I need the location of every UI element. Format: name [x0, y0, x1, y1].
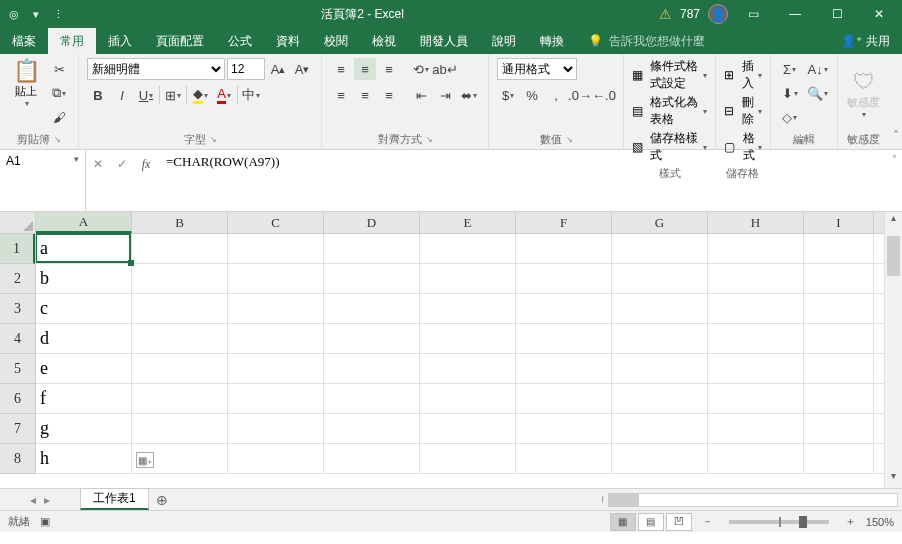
- cell-D3[interactable]: [324, 294, 420, 323]
- col-header-D[interactable]: D: [324, 212, 420, 233]
- zoom-in-button[interactable]: ＋: [845, 514, 856, 529]
- tab-review[interactable]: 校閱: [312, 28, 360, 54]
- phonetic-button[interactable]: 中▾: [240, 84, 262, 106]
- italic-button[interactable]: I: [111, 84, 133, 106]
- cell-H5[interactable]: [708, 354, 804, 383]
- cell-B1[interactable]: [132, 234, 228, 263]
- row-header-4[interactable]: 4: [0, 324, 35, 354]
- tab-help[interactable]: 說明: [480, 28, 528, 54]
- row-header-5[interactable]: 5: [0, 354, 35, 384]
- col-header-B[interactable]: B: [132, 212, 228, 233]
- merge-button[interactable]: ⬌▾: [458, 84, 480, 106]
- grow-font-button[interactable]: A▴: [267, 58, 289, 80]
- cell-B7[interactable]: [132, 414, 228, 443]
- fill-handle[interactable]: [128, 260, 134, 266]
- row-header-6[interactable]: 6: [0, 384, 35, 414]
- tab-view[interactable]: 檢視: [360, 28, 408, 54]
- ribbon-display-options[interactable]: ▭: [736, 0, 770, 28]
- cell-B5[interactable]: [132, 354, 228, 383]
- cell-E3[interactable]: [420, 294, 516, 323]
- view-page-layout-button[interactable]: ▤: [638, 513, 664, 531]
- clipboard-dialog-launcher[interactable]: ↘: [54, 135, 61, 144]
- cell-E2[interactable]: [420, 264, 516, 293]
- row-header-7[interactable]: 7: [0, 414, 35, 444]
- align-middle-button[interactable]: ≡: [354, 58, 376, 80]
- name-box[interactable]: A1▾: [0, 150, 86, 211]
- cell-F8[interactable]: [516, 444, 612, 473]
- comma-button[interactable]: ,: [545, 84, 567, 106]
- tab-home[interactable]: 常用: [48, 28, 96, 54]
- expand-formula-bar-button[interactable]: ˅: [886, 150, 902, 211]
- cell-H7[interactable]: [708, 414, 804, 443]
- row-header-3[interactable]: 3: [0, 294, 35, 324]
- sheet-tab-1[interactable]: 工作表1: [80, 488, 149, 510]
- row-header-2[interactable]: 2: [0, 264, 35, 294]
- number-dialog-launcher[interactable]: ↘: [566, 135, 573, 144]
- cell-E8[interactable]: [420, 444, 516, 473]
- cell-B4[interactable]: [132, 324, 228, 353]
- cell-C4[interactable]: [228, 324, 324, 353]
- increase-indent-button[interactable]: ⇥: [434, 84, 456, 106]
- col-header-F[interactable]: F: [516, 212, 612, 233]
- cell-I6[interactable]: [804, 384, 874, 413]
- maximize-button[interactable]: ☐: [820, 0, 854, 28]
- paste-button[interactable]: 📋 貼上 ▾: [8, 58, 44, 108]
- cell-F5[interactable]: [516, 354, 612, 383]
- font-name-select[interactable]: 新細明體: [87, 58, 225, 80]
- font-color-button[interactable]: A▾: [213, 84, 235, 106]
- cell-H3[interactable]: [708, 294, 804, 323]
- cell-F1[interactable]: [516, 234, 612, 263]
- col-header-I[interactable]: I: [804, 212, 874, 233]
- align-bottom-button[interactable]: ≡: [378, 58, 400, 80]
- tell-me[interactable]: 💡告訴我您想做什麼: [576, 28, 717, 54]
- col-header-C[interactable]: C: [228, 212, 324, 233]
- cell-E6[interactable]: [420, 384, 516, 413]
- find-select-button[interactable]: 🔍▾: [807, 82, 829, 104]
- cell-B2[interactable]: [132, 264, 228, 293]
- font-dialog-launcher[interactable]: ↘: [210, 135, 217, 144]
- insert-function-button[interactable]: fx: [134, 154, 158, 174]
- cell-D4[interactable]: [324, 324, 420, 353]
- cell-H6[interactable]: [708, 384, 804, 413]
- cell-H1[interactable]: [708, 234, 804, 263]
- align-right-button[interactable]: ≡: [378, 84, 400, 106]
- col-header-A[interactable]: A: [36, 212, 132, 233]
- alignment-dialog-launcher[interactable]: ↘: [426, 135, 433, 144]
- cell-D2[interactable]: [324, 264, 420, 293]
- cell-I5[interactable]: [804, 354, 874, 383]
- tab-rotate[interactable]: 轉換: [528, 28, 576, 54]
- cell-E4[interactable]: [420, 324, 516, 353]
- sort-filter-button[interactable]: A↓▾: [807, 58, 829, 80]
- cell-C5[interactable]: [228, 354, 324, 383]
- shrink-font-button[interactable]: A▾: [291, 58, 313, 80]
- orientation-button[interactable]: ⟲▾: [410, 58, 432, 80]
- increase-decimal-button[interactable]: .0→: [569, 84, 591, 106]
- cell-G2[interactable]: [612, 264, 708, 293]
- cell-A7[interactable]: g: [36, 414, 132, 443]
- underline-button[interactable]: U▾: [135, 84, 157, 106]
- cell-F6[interactable]: [516, 384, 612, 413]
- autosave-icon[interactable]: ◎: [6, 6, 22, 22]
- warning-icon[interactable]: ⚠: [659, 6, 672, 22]
- view-page-break-button[interactable]: 凹: [666, 513, 692, 531]
- tab-scroll-right-button[interactable]: ▸: [44, 493, 50, 507]
- new-sheet-button[interactable]: ⊕: [149, 489, 175, 510]
- fill-color-button[interactable]: ◆▾: [189, 84, 211, 106]
- row-header-1[interactable]: 1: [0, 234, 35, 264]
- cell-D5[interactable]: [324, 354, 420, 383]
- tab-insert[interactable]: 插入: [96, 28, 144, 54]
- cell-A1[interactable]: a: [36, 234, 132, 263]
- clear-button[interactable]: ◇▾: [779, 106, 801, 128]
- cell-D6[interactable]: [324, 384, 420, 413]
- border-button[interactable]: ⊞▾: [162, 84, 184, 106]
- cell-C1[interactable]: [228, 234, 324, 263]
- font-size-input[interactable]: [227, 58, 265, 80]
- cell-H2[interactable]: [708, 264, 804, 293]
- cell-I8[interactable]: [804, 444, 874, 473]
- cell-B6[interactable]: [132, 384, 228, 413]
- share-button[interactable]: 👤⁺共用: [829, 28, 902, 54]
- macro-record-icon[interactable]: ▣: [40, 515, 50, 528]
- cell-G7[interactable]: [612, 414, 708, 443]
- zoom-level[interactable]: 150%: [866, 516, 894, 528]
- bold-button[interactable]: B: [87, 84, 109, 106]
